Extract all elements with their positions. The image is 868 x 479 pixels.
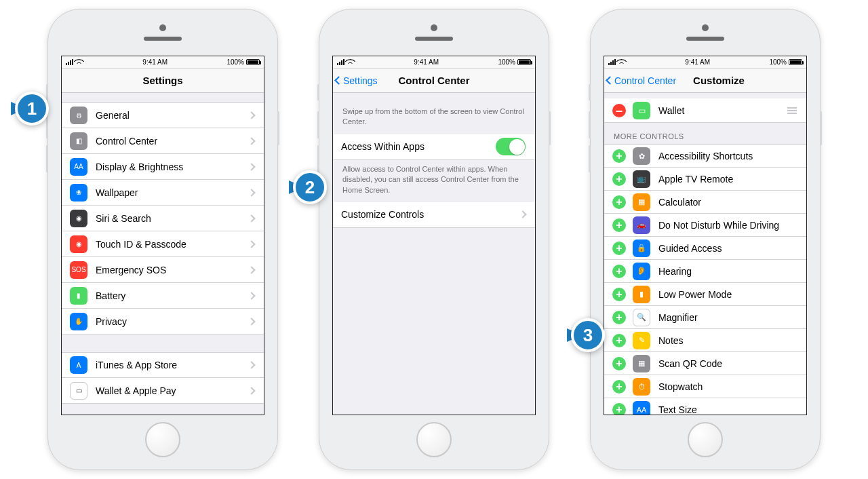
row-guided-access[interactable]: 🔒Guided Access <box>604 237 806 260</box>
row-wallpaper[interactable]: ❀Wallpaper <box>62 180 264 206</box>
row-label: Access Within Apps <box>341 141 496 152</box>
row-control-center[interactable]: ◧Control Center <box>62 128 264 154</box>
add-button[interactable] <box>612 242 626 255</box>
accessibility-shortcuts-icon: ✿ <box>633 147 650 165</box>
row-scan-qr[interactable]: ▦Scan QR Code <box>604 352 806 375</box>
row-dnd-driving[interactable]: 🚗Do Not Disturb While Driving <box>604 214 806 237</box>
signal-icon <box>337 59 344 65</box>
row-label: Guided Access <box>658 243 797 254</box>
row-emergency-sos[interactable]: SOSEmergency SOS <box>62 257 264 283</box>
row-label: Control Center <box>96 136 249 147</box>
row-accessibility-shortcuts[interactable]: ✿Accessibility Shortcuts <box>604 145 806 168</box>
row-touchid[interactable]: ◉Touch ID & Passcode <box>62 231 264 257</box>
row-wallet-applepay[interactable]: ▭Wallet & Apple Pay <box>62 378 264 404</box>
row-label: Scan QR Code <box>658 358 797 369</box>
display-brightness-icon: AA <box>70 158 87 176</box>
siri-search-icon: ◉ <box>70 210 87 227</box>
drag-handle[interactable] <box>787 107 797 114</box>
phone-control-center: 9:41 AM 100% Settings Control Center Swi… <box>319 9 549 470</box>
back-button[interactable]: Control Center <box>604 75 676 86</box>
row-display-brightness[interactable]: AADisplay & Brightness <box>62 154 264 180</box>
status-bar: 9:41 AM 100% <box>62 56 264 69</box>
page-title: Settings <box>62 75 264 86</box>
wallpaper-icon: ❀ <box>70 184 87 202</box>
callout-1: 1 <box>15 92 49 126</box>
add-button[interactable] <box>612 403 626 415</box>
home-button[interactable] <box>145 422 180 457</box>
callout-3: 3 <box>571 318 605 352</box>
back-label: Control Center <box>614 75 676 86</box>
row-hearing[interactable]: 👂Hearing <box>604 260 806 283</box>
add-button[interactable] <box>612 265 626 278</box>
row-label: Siri & Search <box>96 213 249 224</box>
scan-qr-icon: ▦ <box>633 355 650 372</box>
row-access-within-apps[interactable]: Access Within Apps <box>333 134 535 160</box>
row-apple-tv-remote[interactable]: 📺Apple TV Remote <box>604 168 806 191</box>
row-included-wallet[interactable]: ▭ Wallet <box>604 98 806 123</box>
emergency-sos-icon: SOS <box>70 261 87 279</box>
add-button[interactable] <box>612 357 626 370</box>
row-label: Wallet & Apple Pay <box>96 385 249 396</box>
back-button[interactable]: Settings <box>333 75 378 86</box>
back-label: Settings <box>343 75 378 86</box>
row-siri-search[interactable]: ◉Siri & Search <box>62 206 264 231</box>
row-label: Do Not Disturb While Driving <box>658 220 797 231</box>
chevron-right-icon <box>248 189 255 196</box>
stopwatch-icon: ⏱ <box>633 378 650 396</box>
chevron-right-icon <box>248 240 255 248</box>
row-label: Apple TV Remote <box>658 174 797 185</box>
add-button[interactable] <box>612 172 626 186</box>
battery-percent: 100% <box>769 58 787 66</box>
row-stopwatch[interactable]: ⏱Stopwatch <box>604 375 806 398</box>
status-time: 9:41 AM <box>414 58 439 66</box>
phone-settings: 9:41 AM 100% Settings ⚙General◧Control C… <box>47 9 278 470</box>
row-general[interactable]: ⚙General <box>62 102 264 128</box>
battery-icon: ▮ <box>70 287 87 305</box>
row-itunes-appstore[interactable]: AiTunes & App Store <box>62 352 264 378</box>
add-button[interactable] <box>612 218 626 232</box>
calculator-icon: ▦ <box>633 193 650 211</box>
add-button[interactable] <box>612 334 626 347</box>
row-label: General <box>96 110 249 121</box>
row-label: Low Power Mode <box>658 289 797 300</box>
chevron-left-icon <box>334 76 343 85</box>
add-button[interactable] <box>612 195 626 209</box>
guided-access-icon: 🔒 <box>633 240 650 257</box>
row-privacy[interactable]: ✋Privacy <box>62 309 264 334</box>
add-button[interactable] <box>612 380 626 394</box>
wifi-icon <box>618 59 626 65</box>
toggle-access-apps[interactable] <box>496 138 526 155</box>
hearing-icon: 👂 <box>633 263 650 280</box>
wifi-icon <box>347 59 355 65</box>
signal-icon <box>66 59 73 65</box>
row-battery[interactable]: ▮Battery <box>62 283 264 309</box>
add-button[interactable] <box>612 311 626 324</box>
chevron-right-icon <box>519 211 526 218</box>
chevron-right-icon <box>248 111 255 119</box>
row-customize-controls[interactable]: Customize Controls <box>333 202 535 228</box>
remove-button[interactable] <box>612 104 626 117</box>
dnd-driving-icon: 🚗 <box>633 216 650 234</box>
itunes-appstore-icon: A <box>70 356 87 374</box>
home-button[interactable] <box>688 422 723 457</box>
row-low-power[interactable]: ▮Low Power Mode <box>604 283 806 306</box>
chevron-right-icon <box>248 361 255 368</box>
row-calculator[interactable]: ▦Calculator <box>604 191 806 214</box>
phone-customize: 9:41 AM 100% Control Center Customize ▭ <box>590 9 821 470</box>
row-label: Battery <box>96 290 249 301</box>
wallet-icon: ▭ <box>633 102 650 119</box>
privacy-icon: ✋ <box>70 313 87 330</box>
row-label: Stopwatch <box>658 381 797 392</box>
row-text-size[interactable]: AAText Size <box>604 398 806 415</box>
row-notes[interactable]: ✎Notes <box>604 329 806 352</box>
text-size-icon: AA <box>633 401 650 415</box>
control-center-icon: ◧ <box>70 132 87 150</box>
add-button[interactable] <box>612 149 626 163</box>
chevron-right-icon <box>248 292 255 299</box>
add-button[interactable] <box>612 288 626 301</box>
notes-icon: ✎ <box>633 332 650 349</box>
row-label: Calculator <box>658 197 797 208</box>
row-magnifier[interactable]: 🔍Magnifier <box>604 306 806 329</box>
row-label: Privacy <box>96 316 249 327</box>
home-button[interactable] <box>416 422 452 457</box>
